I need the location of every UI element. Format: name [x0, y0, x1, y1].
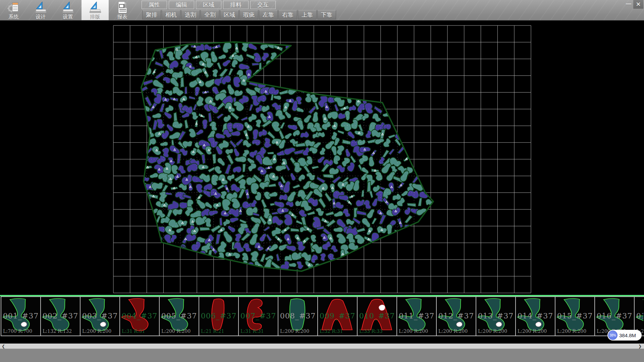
- pattern-cell-013_#37[interactable]: 013_#37L:200 R:200: [476, 297, 516, 336]
- pattern-shape: [437, 297, 476, 336]
- menu-bar: 属性编辑区域排料交互: [142, 1, 277, 9]
- pattern-cell-011_#37[interactable]: 011_#37L:200 R:200: [397, 297, 437, 336]
- pattern-cell-001_#37[interactable]: 001_#37L:700 R:700: [1, 297, 41, 336]
- pattern-shape: [318, 297, 357, 336]
- tool-snap-top[interactable]: 上靠: [298, 10, 317, 19]
- mode-label: 排版: [90, 14, 100, 19]
- pattern-cell-010_#37[interactable]: 010_#37L:33 R:33: [358, 297, 397, 336]
- pattern-cell-003_#37[interactable]: 003_#37L:200 R:200: [80, 297, 120, 336]
- pattern-cell-008_#37[interactable]: 008_#37L:200 R:200: [278, 297, 318, 336]
- close-button[interactable]: ✕: [633, 0, 643, 9]
- tool-snap-left[interactable]: 左靠: [259, 10, 278, 19]
- pattern-shape: [358, 297, 396, 336]
- mode-label: 系统: [9, 14, 19, 19]
- menu-properties[interactable]: 属性: [142, 1, 167, 9]
- pattern-shape: [555, 297, 594, 336]
- pattern-shape: [41, 297, 80, 336]
- pattern-cells: 001_#37L:700 R:700002_#37L:132 R:132003_…: [1, 296, 644, 336]
- pattern-thumbnail-strip: 001_#37L:700 R:700002_#37L:132 R:132003_…: [0, 296, 644, 336]
- menu-nesting[interactable]: 排料: [223, 1, 249, 9]
- pattern-cell-005_#37[interactable]: 005_#37L:200 R:200: [160, 297, 199, 336]
- setsquare-icon: [34, 1, 48, 14]
- pattern-cell-015_#37[interactable]: 015_#37L:200 R:200: [555, 297, 595, 336]
- horizontal-scrollbar[interactable]: ❮ ❯: [0, 344, 644, 349]
- window-controls: — ✕: [624, 0, 643, 9]
- menu-interact[interactable]: 交互: [250, 1, 276, 9]
- nesting-drawing: [0, 20, 644, 295]
- pattern-cell-009_#37[interactable]: 009_#37L:32 R:31: [318, 297, 358, 336]
- tool-cluster-nest[interactable]: 聚排: [142, 10, 161, 19]
- mode-button-design[interactable]: 设计: [27, 0, 54, 20]
- pattern-shape: [397, 297, 436, 336]
- pattern-cell-007_#37[interactable]: 007_#37L:31 R:31: [239, 297, 278, 336]
- mode-button-group: 系统设计设置排版报表: [0, 0, 136, 20]
- pattern-shape: [516, 297, 555, 336]
- tool-area[interactable]: 区域: [220, 10, 239, 19]
- menu-edit[interactable]: 编辑: [169, 1, 194, 9]
- system-icon: [7, 1, 20, 14]
- tool-cut-all[interactable]: 全割: [201, 10, 219, 19]
- tool-camera[interactable]: 相机: [162, 10, 180, 19]
- menu-region[interactable]: 区域: [196, 1, 221, 9]
- scroll-right-arrow[interactable]: ❯: [638, 344, 642, 349]
- tool-select-cut[interactable]: 选割: [181, 10, 200, 19]
- nesting-canvas[interactable]: [0, 20, 644, 295]
- tool-snap-right[interactable]: 右靠: [278, 10, 297, 19]
- pattern-cell-004_#37[interactable]: 004_#37L:31 R:31: [120, 297, 160, 336]
- mode-button-report[interactable]: 报表: [109, 0, 136, 20]
- strip-top-border: [0, 295, 644, 296]
- pattern-cell-006_#37[interactable]: 006_#37L:21 R:21: [199, 297, 239, 336]
- main-toolbar: 系统设计设置排版报表 属性编辑区域排料交互 聚排相机选割全割区域瑕疵左靠右靠上靠…: [0, 0, 644, 20]
- minimize-button[interactable]: —: [624, 0, 633, 8]
- pattern-shape: [476, 297, 515, 336]
- scroll-left-arrow[interactable]: ❮: [2, 344, 5, 349]
- pattern-shape: [80, 297, 119, 336]
- pattern-cell-002_#37[interactable]: 002_#37L:132 R:132: [41, 297, 80, 336]
- setsquare-icon: [89, 1, 102, 14]
- tool-button-row: 聚排相机选割全割区域瑕疵左靠右靠上靠下靠: [142, 10, 337, 19]
- pattern-shape: [239, 297, 278, 336]
- memory-badge: 38% 384.8M: [607, 330, 642, 341]
- mode-button-system[interactable]: 系统: [0, 0, 27, 20]
- pattern-shape: [1, 297, 40, 336]
- pattern-cell-014_#37[interactable]: 014_#37L:200 R:200: [516, 297, 555, 336]
- mode-button-settings[interactable]: 设置: [54, 0, 82, 20]
- pattern-shape: [199, 297, 238, 336]
- setsquare-icon: [61, 1, 75, 14]
- mode-label: 设置: [63, 14, 73, 19]
- mode-button-layout[interactable]: 排版: [82, 0, 109, 20]
- status-bar: [0, 349, 644, 362]
- pattern-shape: [160, 297, 199, 336]
- pattern-cell-012_#37[interactable]: 012_#37L:200 R:200: [437, 297, 476, 336]
- memory-percent-gauge: 38%: [608, 330, 618, 340]
- report-icon: [116, 1, 129, 14]
- memory-usage-label: 384.8M: [619, 333, 636, 338]
- pattern-shape: [120, 297, 159, 336]
- app-window: 系统设计设置排版报表 属性编辑区域排料交互 聚排相机选割全割区域瑕疵左靠右靠上靠…: [0, 0, 644, 362]
- tool-defect[interactable]: 瑕疵: [239, 10, 258, 19]
- mode-label: 设计: [36, 14, 46, 19]
- pattern-shape: [278, 297, 317, 336]
- tool-snap-bottom[interactable]: 下靠: [317, 10, 336, 19]
- mode-label: 报表: [117, 14, 127, 19]
